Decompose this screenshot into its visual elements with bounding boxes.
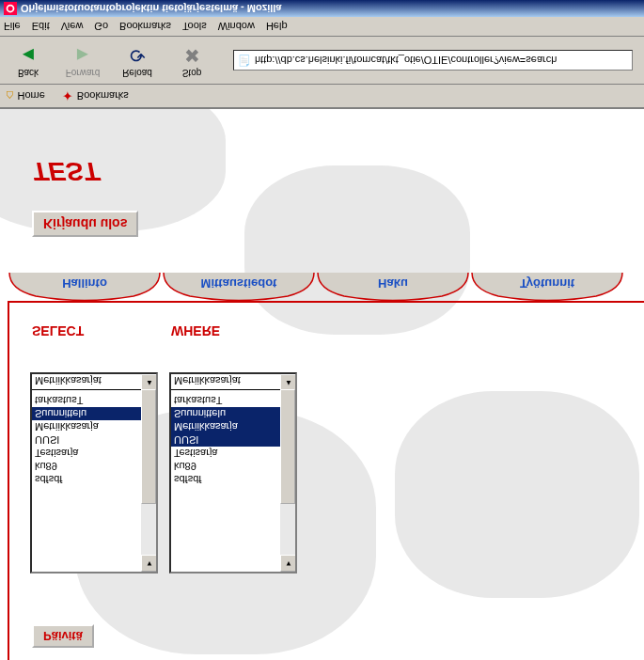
app-icon <box>4 2 17 15</box>
list-item[interactable]: Metriikkasarjat <box>171 374 280 387</box>
menu-window[interactable]: Window <box>218 21 255 32</box>
list-item[interactable] <box>32 389 141 392</box>
bookmarks-link[interactable]: ✦ Bookmarks <box>62 88 129 103</box>
bookmarks-icon: ✦ <box>62 88 73 103</box>
forward-button: ► Forward <box>60 43 105 78</box>
page-title: TEST <box>32 156 100 186</box>
list-item[interactable]: tarkastusT <box>171 394 280 407</box>
tab-bar: Hallinto Mittaustiedot Haku Työtunnit <box>8 273 624 310</box>
scroll-down-icon[interactable]: ▼ <box>280 555 297 572</box>
reload-icon: ⟳ <box>130 43 146 68</box>
home-label: Home <box>17 90 44 102</box>
reload-label: Reload <box>122 68 152 78</box>
bookmarks-label: Bookmarks <box>77 90 129 102</box>
url-text: http://db.cs.helsinki.fi/tomcat/tkt_otie… <box>255 55 557 66</box>
scrollbar[interactable]: ▲ ▼ <box>141 374 156 572</box>
home-icon: ⌂ <box>6 88 13 103</box>
left-border <box>8 301 9 660</box>
menu-help[interactable]: Help <box>266 21 288 32</box>
where-listbox[interactable]: MetriikkasarjattarkastusTSuunnitteluMetr… <box>169 372 297 574</box>
page-content: TEST Kirjaudu ulos Hallinto Mittaustiedo… <box>0 109 644 660</box>
list-item[interactable]: ku89 <box>171 460 280 473</box>
back-button[interactable]: ◄ Back <box>6 43 51 78</box>
list-item[interactable]: ku89 <box>32 460 141 473</box>
tab-underline <box>8 301 644 303</box>
list-item[interactable] <box>171 389 280 392</box>
scrollbar[interactable]: ▲ ▼ <box>280 374 295 572</box>
list-item[interactable]: Suunnittelu <box>171 407 280 420</box>
menu-edit[interactable]: Edit <box>32 21 50 32</box>
list-item[interactable]: Testisarja <box>171 447 280 460</box>
menu-bar: File Edit View Go Bookmarks Tools Window… <box>0 17 644 37</box>
url-bar[interactable]: 📄 http://db.cs.helsinki.fi/tomcat/tkt_ot… <box>233 50 633 71</box>
list-item[interactable]: sdfsdf <box>32 473 141 486</box>
forward-label: Forward <box>66 68 101 78</box>
list-item[interactable]: Suunnittelu <box>32 407 141 420</box>
window-title: Ohjelmistotuotantoprojektin tietojärjest… <box>21 3 281 14</box>
update-button[interactable]: Päivitä <box>32 624 94 648</box>
page-icon: 📄 <box>238 55 251 67</box>
nav-toolbar: ◄ Back ► Forward ⟳ Reload ✖ Stop 📄 http:… <box>0 37 644 85</box>
tab-tyotunnit[interactable]: Työtunnit <box>470 273 624 301</box>
tab-haku[interactable]: Haku <box>316 273 470 301</box>
forward-arrow-icon: ► <box>73 43 92 68</box>
list-item[interactable]: Metriikkasarjat <box>32 374 141 387</box>
list-item[interactable]: UUSI <box>32 433 141 447</box>
list-item[interactable]: Metriikkasarja <box>171 420 280 433</box>
select-label: SELECT <box>32 323 84 338</box>
reload-button[interactable]: ⟳ Reload <box>115 43 160 78</box>
tab-hallinto[interactable]: Hallinto <box>8 273 162 301</box>
stop-label: Stop <box>182 68 202 78</box>
list-item[interactable]: sdfsdf <box>171 473 280 486</box>
bookmarks-bar: ⌂ Home ✦ Bookmarks <box>0 85 644 109</box>
stop-icon: ✖ <box>184 43 200 68</box>
list-item[interactable]: Metriikkasarja <box>32 420 141 433</box>
select-listbox[interactable]: MetriikkasarjattarkastusTSuunnitteluMetr… <box>30 372 158 574</box>
scroll-thumb[interactable] <box>141 389 156 504</box>
list-item[interactable]: Testisarja <box>32 447 141 460</box>
menu-tools[interactable]: Tools <box>182 21 207 32</box>
home-link[interactable]: ⌂ Home <box>6 88 45 103</box>
logout-button[interactable]: Kirjaudu ulos <box>32 211 138 237</box>
tab-mittaustiedot[interactable]: Mittaustiedot <box>162 273 316 301</box>
svg-point-2 <box>8 6 12 10</box>
stop-button: ✖ Stop <box>169 43 214 78</box>
scroll-thumb[interactable] <box>280 389 295 504</box>
window-titlebar: Ohjelmistotuotantoprojektin tietojärjest… <box>0 0 644 17</box>
list-item[interactable]: UUSI <box>171 433 280 447</box>
back-label: Back <box>18 68 39 78</box>
menu-view[interactable]: View <box>61 21 84 32</box>
list-item[interactable]: tarkastusT <box>32 394 141 407</box>
menu-go[interactable]: Go <box>94 21 108 32</box>
menu-bookmarks[interactable]: Bookmarks <box>119 21 171 32</box>
scroll-down-icon[interactable]: ▼ <box>141 555 158 572</box>
back-arrow-icon: ◄ <box>19 43 38 68</box>
menu-file[interactable]: File <box>4 21 21 32</box>
where-label: WHERE <box>171 323 220 338</box>
